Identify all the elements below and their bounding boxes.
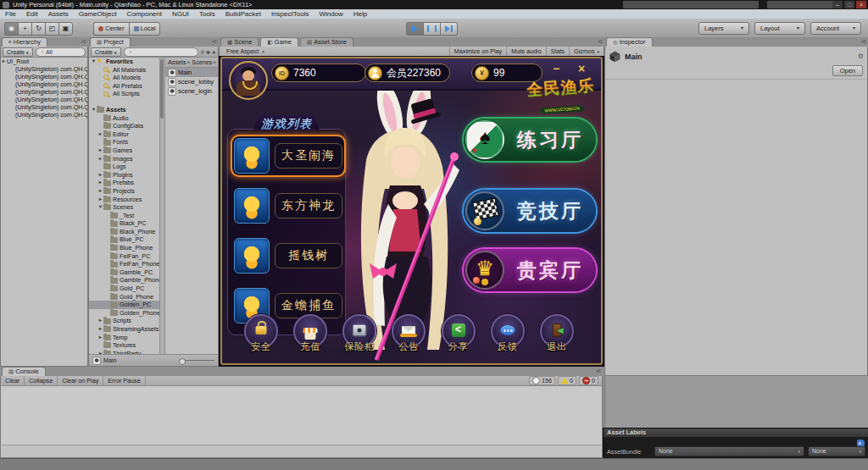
project-tree-row[interactable]: Images [89, 155, 159, 163]
hall-button[interactable]: 练习厅 [464, 119, 596, 161]
hierarchy-row[interactable]: (UnitySingleton) com.QH.QPGam [1, 80, 87, 88]
project-tree-row[interactable]: Resources [89, 196, 159, 204]
project-tree-row[interactable]: Scenes [89, 203, 159, 212]
dock-button[interactable]: 反馈 [489, 312, 526, 360]
expand-arrow-icon[interactable] [97, 334, 103, 342]
project-tree-row[interactable]: Gamble_Phone [89, 276, 159, 285]
slider-knob[interactable] [179, 358, 186, 365]
project-tree-row[interactable]: Golden_PC [89, 301, 159, 309]
project-tree-row[interactable]: Black_Phone [89, 228, 159, 236]
dock-button[interactable]: 公告 [390, 312, 427, 360]
tab-scene[interactable]: ▦Scene [220, 37, 259, 47]
project-tree-row[interactable]: Prefabs [89, 179, 159, 187]
layers-dropdown[interactable]: Layers [698, 22, 749, 35]
project-tree-row[interactable]: Temp [89, 334, 159, 342]
panel-menu-icon[interactable]: ▪≡ [596, 368, 601, 373]
project-tree-row[interactable]: All Scripts [89, 90, 159, 98]
project-tree-row[interactable]: Scripts [89, 317, 159, 325]
pivot-center-button[interactable]: Center [93, 22, 129, 36]
search-filter-icons[interactable]: ⚲ ✚ ★ [201, 49, 216, 55]
file-row[interactable]: Main [165, 68, 218, 77]
tab-project[interactable]: ▤Project [90, 37, 131, 47]
menu-item[interactable]: Window [314, 9, 348, 19]
project-tree-row[interactable]: Plugins [89, 171, 159, 180]
scrollbar-thumb[interactable] [160, 59, 164, 119]
menu-item[interactable]: InspectTools [266, 9, 314, 19]
rotate-tool-button[interactable]: ↻ [31, 22, 45, 36]
dock-button[interactable]: 安全 [242, 312, 280, 360]
expand-arrow-icon[interactable] [97, 325, 103, 334]
tab-inspector[interactable]: ◎Inspector [606, 37, 653, 47]
warning-count-badge[interactable]: 0 [558, 376, 576, 385]
hall-button[interactable]: 竞技厅 [464, 190, 596, 232]
panel-menu-icon[interactable]: ▪≡ [598, 39, 603, 44]
assetbundle-variant-dropdown[interactable]: None [808, 446, 865, 456]
project-tree-row[interactable]: Gold_PC [89, 285, 159, 293]
menu-item[interactable]: GameObject [74, 9, 122, 19]
project-tree-row[interactable]: Assets [89, 106, 159, 114]
project-tree-row[interactable]: Blue_Phone [89, 244, 159, 252]
panel-menu-icon[interactable]: ▪≡ [81, 39, 86, 44]
game-list-item[interactable]: 摇钱树 [232, 236, 344, 275]
dock-button[interactable]: 保险柜 [341, 312, 378, 360]
project-create-button[interactable]: Create [91, 47, 121, 57]
player-avatar[interactable] [229, 61, 268, 100]
account-dropdown[interactable]: Account [810, 22, 861, 35]
dock-button[interactable]: 分享 [440, 312, 477, 360]
project-tree-row[interactable]: _Test [89, 212, 159, 220]
project-tree-row[interactable]: ConfigData [89, 122, 159, 130]
dock-button[interactable]: 充值 [292, 312, 329, 360]
console-collapse-button[interactable]: Collapse [25, 376, 58, 385]
menu-item[interactable]: Assets [43, 9, 74, 19]
project-tree-row[interactable]: All Models [89, 74, 159, 82]
step-button[interactable] [440, 22, 458, 36]
project-tree-row[interactable]: Projects [89, 187, 159, 196]
project-tree-row[interactable]: Logs [89, 163, 159, 171]
console-detail-area[interactable] [2, 445, 601, 457]
console-clear-button[interactable]: Clear [1, 376, 25, 385]
file-row[interactable]: scene_login [165, 86, 218, 96]
hierarchy-row[interactable]: (UnitySingleton) com.QH.QPGam [1, 96, 87, 103]
error-count-badge[interactable]: 0 [579, 376, 598, 385]
expand-arrow-icon[interactable] [97, 130, 103, 139]
hall-button[interactable]: 贵宾厅 [464, 249, 596, 291]
move-tool-button[interactable]: + [18, 22, 31, 36]
project-tree-row[interactable]: Gold_Phone [89, 293, 159, 301]
hierarchy-row[interactable]: (UnitySingleton) com.QH.QPGam [1, 111, 87, 119]
window-maximize-button[interactable]: □ [844, 1, 854, 8]
expand-arrow-icon[interactable] [91, 106, 97, 114]
tab-asset-store[interactable]: ▤Asset Store [300, 37, 353, 47]
tab-console[interactable]: ▤Console [2, 367, 46, 376]
tab-game[interactable]: ◧Game [260, 37, 298, 47]
hierarchy-create-button[interactable]: Create [3, 47, 33, 57]
game-list-item[interactable]: 大圣闹海 [232, 136, 344, 175]
gizmos-dropdown[interactable]: Gizmos [569, 47, 604, 57]
game-thumbnail-icon[interactable] [234, 138, 270, 174]
pause-button[interactable] [423, 22, 440, 36]
expand-arrow-icon[interactable] [97, 187, 103, 196]
menu-item[interactable]: NGUI [167, 9, 194, 19]
game-list-item[interactable]: 东方神龙 [232, 186, 344, 225]
pan-tool-button[interactable]: ◉ [4, 22, 18, 36]
panel-menu-icon[interactable]: ▪≡ [212, 39, 217, 44]
lobby-close-button[interactable]: × [574, 63, 589, 76]
expand-arrow-icon[interactable] [97, 155, 103, 163]
game-thumbnail-icon[interactable] [234, 188, 270, 224]
open-asset-button[interactable]: Open [832, 65, 863, 76]
hierarchy-row[interactable]: (UnitySingleton) com.QH.QPGam [1, 88, 87, 96]
menu-item[interactable]: BuildPacket [220, 9, 266, 19]
asset-zoom-slider[interactable] [179, 360, 214, 361]
hierarchy-row[interactable]: UI_Root [1, 58, 87, 65]
game-thumbnail-icon[interactable] [234, 238, 270, 274]
project-tree-row[interactable]: Golden_Phone [89, 309, 159, 318]
assetbundle-dropdown[interactable]: None [654, 446, 804, 456]
project-tree-row[interactable]: FeiFan_Phone [89, 260, 159, 268]
menu-item[interactable]: Help [348, 9, 372, 19]
project-tree-row[interactable]: Games [89, 147, 159, 155]
menu-item[interactable]: File [0, 9, 21, 19]
project-tree-row[interactable]: Textures [89, 341, 159, 350]
expand-arrow-icon[interactable] [97, 171, 103, 180]
expand-arrow-icon[interactable] [97, 317, 103, 325]
expand-arrow-icon[interactable] [97, 147, 103, 155]
console-log-area[interactable] [2, 395, 601, 445]
